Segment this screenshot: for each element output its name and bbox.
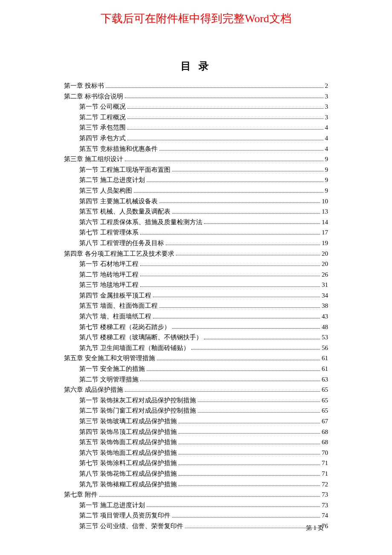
toc-row: 第一节 公司概况3 (64, 101, 328, 112)
toc-entry-page: 63 (322, 374, 328, 385)
toc-entry-page: 38 (322, 301, 328, 311)
toc-entry-page: 43 (322, 311, 328, 322)
toc-row: 第五章 安全施工和文明管理措施61 (64, 353, 328, 364)
toc-leader-dots (127, 129, 323, 130)
toc-leader-dots (198, 412, 320, 413)
toc-entry-page: 3 (325, 91, 329, 102)
toc-entry-page: 74 (322, 510, 328, 521)
toc-leader-dots (140, 234, 320, 234)
toc-entry-label: 第五节 墙面、柱面饰面工程 (79, 301, 158, 311)
toc-leader-dots (179, 444, 320, 444)
toc-entry-label: 第八节 楼梯工程（玻璃隔断、不锈钢扶手） (79, 332, 202, 343)
toc-leader-dots (127, 140, 323, 140)
toc-entry-page: 2 (325, 81, 329, 91)
toc-entry-page: 9 (325, 165, 329, 175)
toc-entry-page: 71 (322, 458, 328, 468)
toc-row: 第二节 文明管理措施63 (64, 374, 328, 385)
toc-row: 第一章 投标书2 (64, 81, 328, 91)
toc-row: 第五节 机械、人员数量及调配表13 (64, 206, 328, 217)
toc-leader-dots (134, 192, 323, 193)
toc-row: 第八节 楼梯工程（玻璃隔断、不锈钢扶手）53 (64, 332, 328, 343)
toc-entry-label: 第五章 安全施工和文明管理措施 (64, 353, 155, 364)
toc-row: 第六节 工程质保体系、措施及质量检测方法14 (64, 217, 328, 228)
toc-entry-label: 第六节 墙、柱面墙纸工程 (79, 311, 151, 322)
toc-row: 第二节 工程概况3 (64, 112, 328, 123)
toc-entry-page: 20 (322, 259, 328, 269)
toc-row: 第一节 石材地坪工程20 (64, 259, 328, 269)
toc-entry-page: 4 (325, 133, 329, 144)
toc-row: 第六节 装饰地面工程成品保护措施70 (64, 448, 328, 458)
toc-entry-label: 第七章 附件 (64, 489, 98, 500)
toc-row: 第八节 装饰花饰工程成品保护措施71 (64, 468, 328, 479)
toc-entry-page: 9 (325, 175, 329, 185)
toc-entry-label: 第三节 承包范围 (79, 122, 126, 133)
toc-entry-label: 第五节 装饰饰面工程成品保护措施 (79, 437, 177, 448)
toc-entry-label: 第二节 地砖地坪工程 (79, 269, 138, 280)
toc-entry-label: 第二章 标书综合说明 (64, 91, 123, 102)
toc-row: 第一节 施工总进度计划73 (64, 500, 328, 511)
toc-leader-dots (125, 98, 323, 98)
toc-entry-label: 第六节 工程质保体系、措施及质量检测方法 (79, 217, 202, 228)
toc-entry-page: 3 (325, 112, 329, 123)
toc-leader-dots (159, 150, 323, 150)
toc-entry-label: 第一节 施工总进度计划 (79, 500, 145, 511)
toc-row: 第一节 工程施工现场平面布置图9 (64, 165, 328, 175)
toc-entry-page: 68 (322, 427, 328, 437)
toc-leader-dots (179, 486, 320, 486)
toc-leader-dots (147, 506, 320, 507)
toc-row: 第一节 安全施工的措施61 (64, 364, 328, 374)
toc-entry-page: 17 (322, 227, 328, 238)
toc-entry-label: 第九节 卫生间墙面工程（釉面砖铺贴） (79, 343, 190, 353)
toc-entry-page: 13 (322, 206, 328, 217)
toc-entry-label: 第六章 成品保护措施 (64, 384, 123, 395)
toc-row: 第四章 各分项工程施工工艺及技术要求20 (64, 249, 328, 259)
toc-row: 第六节 墙、柱面墙纸工程43 (64, 311, 328, 322)
toc-row: 第四节 承包方式4 (64, 133, 328, 144)
toc-row: 第三节 公司业绩、信誉、荣誉复印件76 (64, 521, 328, 532)
toc-entry-page: 10 (322, 196, 328, 207)
toc-entry-label: 第八节 工程管理的任务及目标 (79, 238, 164, 249)
toc-row: 第三节 地毯地坪工程31 (64, 280, 328, 290)
toc-entry-label: 第二节 工程概况 (79, 112, 126, 123)
toc-row: 第三节 人员架构图9 (64, 185, 328, 196)
toc-leader-dots (172, 517, 320, 517)
toc-entry-label: 第一节 安全施工的措施 (79, 364, 145, 374)
toc-leader-dots (140, 381, 320, 381)
toc-entry-label: 第三章 施工组织设计 (64, 154, 123, 165)
toc-entry-page: 61 (322, 353, 328, 364)
toc-entry-page: 65 (322, 384, 328, 395)
banner-text: 下载后可在附件框中得到完整Word文档 (0, 0, 392, 26)
toc-entry-page: 68 (322, 437, 328, 448)
toc-leader-dots (179, 465, 320, 465)
toc-entry-page: 71 (322, 468, 328, 479)
toc-leader-dots (176, 255, 320, 255)
toc-leader-dots (153, 318, 320, 318)
toc-entry-label: 第八节 装饰花饰工程成品保护措施 (79, 468, 177, 479)
toc-entry-label: 第三节 地毯地坪工程 (79, 280, 138, 290)
toc-leader-dots (185, 528, 320, 528)
toc-row: 第一节 装饰抹灰工程对成品保护控制措施65 (64, 395, 328, 406)
toc-entry-label: 第七节 楼梯工程（花岗石踏步） (79, 322, 170, 332)
toc-entry-label: 第七节 工程管理体系 (79, 227, 138, 238)
toc-title: 目 录 (0, 59, 392, 73)
toc-row: 第五节 墙面、柱面饰面工程38 (64, 301, 328, 311)
toc-row: 第二节 项目管理人员资历复印件74 (64, 510, 328, 521)
toc-entry-page: 61 (322, 364, 328, 374)
toc-row: 第七节 工程管理体系17 (64, 227, 328, 238)
toc-leader-dots (147, 370, 320, 371)
toc-leader-dots (153, 297, 320, 297)
toc-entry-page: 20 (322, 249, 328, 259)
toc-entry-label: 第二节 文明管理措施 (79, 374, 138, 385)
toc-entry-label: 第二节 施工总进度计划 (79, 175, 145, 185)
toc-entry-page: 65 (322, 395, 328, 406)
toc-entry-label: 第三节 公司业绩、信誉、荣誉复印件 (79, 521, 183, 532)
toc-entry-page: 56 (322, 343, 328, 353)
toc-entry-page: 9 (325, 154, 329, 165)
toc-leader-dots (166, 245, 320, 245)
toc-row: 第六章 成品保护措施65 (64, 384, 328, 395)
toc-leader-dots (172, 171, 323, 171)
toc-entry-page: 67 (322, 416, 328, 427)
toc-row: 第八节 工程管理的任务及目标19 (64, 238, 328, 249)
toc-entry-page: 19 (322, 238, 328, 249)
toc-entry-page: 48 (322, 322, 328, 332)
